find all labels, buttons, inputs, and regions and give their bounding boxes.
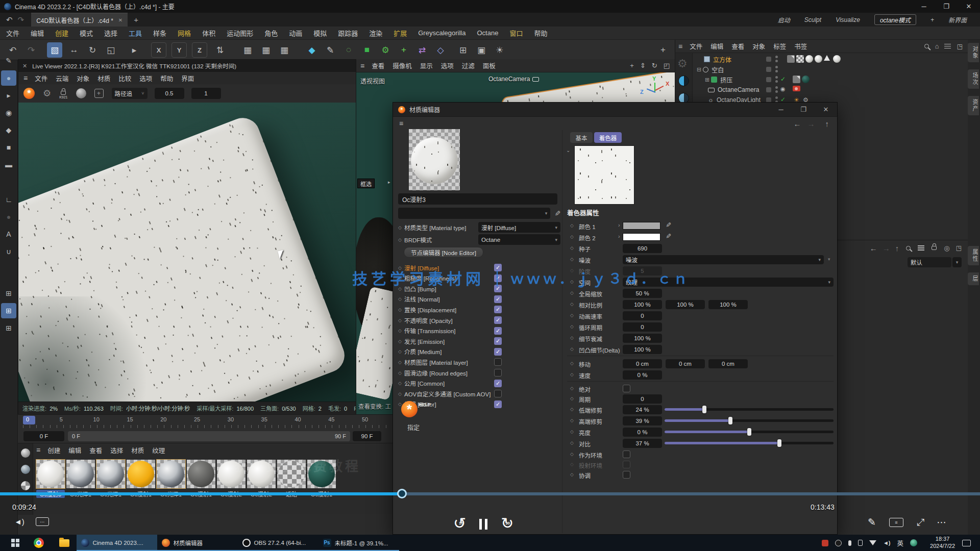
object-manager-menu-item-2[interactable]: 查看 xyxy=(731,41,744,51)
viewport-left-sliver[interactable]: 框选 ▸ 查看变换: 工 xyxy=(356,102,393,414)
pop-out-icon[interactable]: ◳ xyxy=(957,43,963,50)
object-name[interactable]: 立方体 xyxy=(713,55,731,64)
side-tab-对象[interactable]: 对象 xyxy=(968,43,979,62)
taskbar-app-3[interactable]: Ps未标题-1 @ 39.1%... xyxy=(318,535,399,551)
color-swatch[interactable] xyxy=(623,222,660,230)
param-dropdown[interactable]: 噪波▾ xyxy=(623,255,824,264)
slider-handle[interactable] xyxy=(728,417,732,424)
layout-item-4[interactable]: + xyxy=(930,16,934,23)
menu-item-14[interactable]: 渲染 xyxy=(369,28,382,38)
value-field[interactable]: 100 % xyxy=(623,345,662,354)
menu-item-10[interactable]: 角色 xyxy=(264,28,278,38)
menu-item-0[interactable]: 文件 xyxy=(6,28,19,38)
add-tab-button[interactable]: + xyxy=(134,15,138,24)
slider-value-field[interactable]: 39 % xyxy=(623,416,662,425)
side-tab-场次[interactable]: 场次 xyxy=(968,69,979,89)
subtitle-button[interactable]: ⋯ xyxy=(36,517,49,526)
material-manager-menu-item-2[interactable]: 查看 xyxy=(89,445,102,455)
window-minimize-button[interactable]: ─ xyxy=(913,3,935,10)
snap-grid-3-icon[interactable]: ⊞ xyxy=(1,320,16,336)
coordinate-system-icon[interactable]: ⇅ xyxy=(212,42,228,58)
redcam-tag-icon[interactable] xyxy=(793,86,800,91)
slider-value-field[interactable]: 0 % xyxy=(623,428,662,437)
object-name[interactable]: 挤压 xyxy=(720,76,732,84)
point-mode-icon[interactable]: ◉ xyxy=(1,105,16,120)
material-manager-menu-item-5[interactable]: 纹理 xyxy=(152,445,165,455)
nav-back-icon[interactable]: ← xyxy=(870,244,877,253)
ime-indicator[interactable]: 英 xyxy=(897,538,904,548)
editor-visibility-dot[interactable] xyxy=(775,76,778,79)
axis-mode-icon[interactable]: ∟ xyxy=(1,192,16,207)
value-field-1[interactable]: 0 cm xyxy=(666,359,705,368)
menu-item-13[interactable]: 跟踪器 xyxy=(338,28,358,38)
octane-object-icon[interactable] xyxy=(678,76,689,86)
tab-close-icon[interactable]: ✕ xyxy=(118,17,122,23)
toggle-panel-view-icon[interactable]: ◰ xyxy=(664,62,670,69)
end-frame-field[interactable]: 90 F xyxy=(353,431,381,441)
filter-icon[interactable] xyxy=(944,44,951,49)
document-tab[interactable]: C4D默认着色器（上）.c4d * ✕ xyxy=(31,13,128,27)
param-slider[interactable] xyxy=(665,408,834,411)
octane-cube-icon[interactable]: ■ xyxy=(359,42,375,58)
eyedropper-icon[interactable]: ✎ xyxy=(665,233,672,239)
render-region-icon[interactable]: + xyxy=(94,89,104,98)
volume-button[interactable]: ◄) xyxy=(14,517,24,526)
menu-item-2[interactable]: 创建 xyxy=(55,28,68,38)
material-manager-menu-item-1[interactable]: 编辑 xyxy=(68,445,81,455)
gpu-tray-icon[interactable] xyxy=(822,540,828,546)
param-slider[interactable] xyxy=(665,419,834,422)
material-manager-menu-item-3[interactable]: 选择 xyxy=(110,445,123,455)
object-manager-menu-item-1[interactable]: 编辑 xyxy=(710,41,723,51)
menu-item-3[interactable]: 模式 xyxy=(80,28,93,38)
keyframe-grid-3-icon[interactable]: ▦ xyxy=(277,42,292,58)
live-viewer-menu-icon[interactable]: ≡ xyxy=(23,74,28,82)
param-slider[interactable] xyxy=(665,442,834,444)
start-button[interactable] xyxy=(11,539,19,547)
tri-tag-icon[interactable] xyxy=(824,55,830,61)
menu-item-8[interactable]: 体积 xyxy=(202,28,215,38)
live-viewer-menu-item-5[interactable]: 选项 xyxy=(139,73,152,83)
gamma-field[interactable]: 1 xyxy=(191,88,221,99)
last-tool-icon[interactable]: ▸ xyxy=(127,42,142,58)
viewport-menu-item-3[interactable]: 选项 xyxy=(441,61,454,70)
value-field[interactable]: 0 xyxy=(623,311,662,320)
value-field[interactable]: 0 xyxy=(623,394,662,404)
octane-scatter-icon[interactable]: ◌ xyxy=(341,42,356,58)
taskbar-app-2[interactable]: OBS 27.2.4 (64-bi... xyxy=(238,535,318,551)
object-manager-menu-item-3[interactable]: 对象 xyxy=(752,41,765,51)
sphere-tool-icon[interactable]: ● xyxy=(1,70,16,86)
obs-tray-icon[interactable] xyxy=(835,540,842,546)
material-mode-icon-1[interactable] xyxy=(21,448,30,458)
editor-visibility-dot[interactable] xyxy=(775,66,778,68)
microphone-icon[interactable] xyxy=(848,540,851,546)
octane-gem-icon[interactable]: ◆ xyxy=(304,42,320,58)
layout-item-2[interactable]: Visualize xyxy=(836,16,860,23)
layer-tag-icon[interactable] xyxy=(793,76,800,83)
value-field[interactable]: 100 % xyxy=(623,334,662,343)
viewport-menu-item-5[interactable]: 面板 xyxy=(483,61,496,70)
taskbar-app-1[interactable]: 材质编辑器 xyxy=(157,535,238,551)
danmaku-button[interactable]: ≡ xyxy=(889,518,903,527)
layer-chip[interactable] xyxy=(766,57,771,62)
explorer-icon[interactable] xyxy=(59,539,69,547)
live-viewer-menu-item-6[interactable]: 帮助 xyxy=(160,73,173,83)
menu-item-12[interactable]: 模拟 xyxy=(313,28,327,38)
menu-item-5[interactable]: 工具 xyxy=(129,28,142,38)
material-ball-icon[interactable] xyxy=(76,88,86,98)
usb-icon[interactable] xyxy=(858,540,863,546)
menu-item-9[interactable]: 运动图形 xyxy=(227,28,253,38)
fullscreen-button[interactable]: ⤢ xyxy=(917,517,924,528)
taskbar-clock[interactable]: 18:37 2024/7/22 xyxy=(930,536,955,550)
menu-item-16[interactable]: Greyscalegorilla xyxy=(418,29,465,37)
redo-icon[interactable]: ↷ xyxy=(18,15,24,24)
value-field-2[interactable]: 0 cm xyxy=(708,359,748,368)
layer-chip[interactable] xyxy=(766,87,771,92)
chrome-icon[interactable] xyxy=(34,538,44,548)
attr-filter-icon[interactable] xyxy=(918,245,924,251)
slider-handle[interactable] xyxy=(777,439,781,447)
color-swatch[interactable] xyxy=(623,233,660,241)
layout-item-5[interactable]: 新界面 xyxy=(948,15,967,24)
expand-arrow-icon[interactable]: › xyxy=(618,233,620,239)
live-viewer-close-icon[interactable]: ✕ xyxy=(22,63,27,69)
frame-range-slider[interactable]: 0 F 90 F xyxy=(68,431,350,441)
